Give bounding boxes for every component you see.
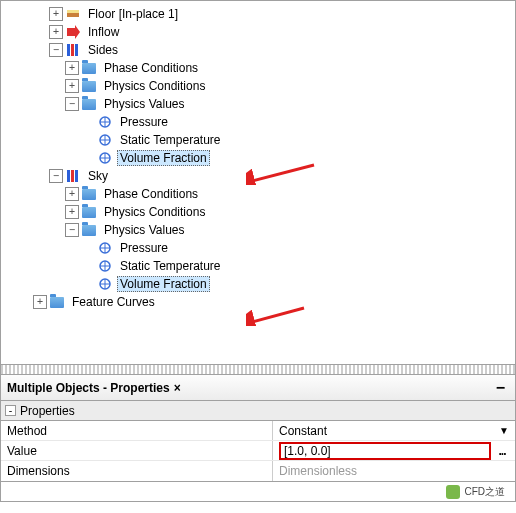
svg-rect-2	[67, 44, 70, 56]
tree-item-phase-cond[interactable]: + Phase Conditions	[1, 185, 515, 203]
folder-icon	[81, 222, 97, 238]
value-icon	[97, 258, 113, 274]
section-title: Properties	[20, 404, 75, 418]
expand-icon[interactable]: +	[65, 187, 79, 201]
property-row-value: Value [1.0, 0.0] ...	[1, 441, 515, 461]
property-label: Dimensions	[1, 461, 273, 481]
inflow-icon	[65, 24, 81, 40]
close-icon[interactable]: ×	[174, 381, 181, 395]
svg-rect-15	[71, 170, 74, 182]
tree-label: Sides	[85, 42, 121, 58]
boundary-icon	[65, 42, 81, 58]
tree-label: Volume Fraction	[117, 150, 210, 166]
wechat-icon	[446, 485, 460, 499]
floor-icon	[65, 6, 81, 22]
properties-grid: Method Constant ▼ Value [1.0, 0.0] ... D…	[0, 421, 516, 482]
collapse-icon[interactable]: −	[65, 97, 79, 111]
tree-item-volume-fraction[interactable]: Volume Fraction	[1, 149, 515, 167]
tree-panel: + Floor [In-place 1] + Inflow − Sides + …	[0, 0, 516, 365]
svg-rect-16	[75, 170, 78, 182]
tree-label: Phase Conditions	[101, 186, 201, 202]
properties-panel-header: Multiple Objects - Properties × −	[0, 375, 516, 401]
folder-icon	[81, 204, 97, 220]
tree-item-sides[interactable]: − Sides	[1, 41, 515, 59]
value-icon	[97, 132, 113, 148]
expand-icon[interactable]: +	[65, 61, 79, 75]
tree-item-physics-val[interactable]: − Physics Values	[1, 95, 515, 113]
svg-rect-14	[67, 170, 70, 182]
tree-label: Pressure	[117, 240, 171, 256]
value-icon	[97, 114, 113, 130]
value-input[interactable]: [1.0, 0.0]	[279, 442, 491, 460]
method-dropdown[interactable]: Constant ▼	[273, 421, 515, 440]
property-value: [1.0, 0.0]	[284, 444, 331, 458]
svg-rect-1	[67, 10, 79, 13]
folder-icon	[81, 186, 97, 202]
expand-icon[interactable]: +	[49, 7, 63, 21]
property-label: Value	[1, 441, 273, 460]
splitter-grip[interactable]	[0, 365, 516, 375]
tree-item-physics-cond[interactable]: + Physics Conditions	[1, 203, 515, 221]
tree-item-pressure[interactable]: Pressure	[1, 113, 515, 131]
tree-label: Physics Values	[101, 222, 187, 238]
tree-item-static-temp[interactable]: Static Temperature	[1, 257, 515, 275]
expand-icon[interactable]: +	[65, 205, 79, 219]
folder-icon	[49, 294, 65, 310]
tree-item-pressure[interactable]: Pressure	[1, 239, 515, 257]
tree-label: Volume Fraction	[117, 276, 210, 292]
tree-label: Static Temperature	[117, 258, 224, 274]
expand-icon[interactable]: +	[49, 25, 63, 39]
watermark: CFD之道	[0, 482, 516, 502]
collapse-icon[interactable]: −	[49, 169, 63, 183]
value-icon	[97, 150, 113, 166]
tree-label: Physics Conditions	[101, 204, 208, 220]
chevron-down-icon[interactable]: ▼	[499, 425, 509, 436]
value-icon	[97, 276, 113, 292]
ellipsis-button[interactable]: ...	[495, 444, 509, 458]
collapse-icon[interactable]: −	[65, 223, 79, 237]
watermark-text: CFD之道	[464, 485, 505, 499]
tree-label: Pressure	[117, 114, 171, 130]
tree-label: Phase Conditions	[101, 60, 201, 76]
boundary-icon	[65, 168, 81, 184]
tree-item-floor[interactable]: + Floor [In-place 1]	[1, 5, 515, 23]
tree-item-physics-cond[interactable]: + Physics Conditions	[1, 77, 515, 95]
value-icon	[97, 240, 113, 256]
collapse-icon[interactable]: -	[5, 405, 16, 416]
tree-label: Physics Values	[101, 96, 187, 112]
tree-label: Physics Conditions	[101, 78, 208, 94]
tree-item-phase-cond[interactable]: + Phase Conditions	[1, 59, 515, 77]
folder-icon	[81, 78, 97, 94]
tree-item-physics-val[interactable]: − Physics Values	[1, 221, 515, 239]
tree-item-feature-curves[interactable]: + Feature Curves	[1, 293, 515, 311]
svg-rect-3	[71, 44, 74, 56]
tree-label: Sky	[85, 168, 111, 184]
tree-label: Inflow	[85, 24, 122, 40]
tree-item-static-temp[interactable]: Static Temperature	[1, 131, 515, 149]
panel-title: Multiple Objects - Properties	[7, 381, 170, 395]
property-value: Constant	[279, 424, 327, 438]
tree-item-inflow[interactable]: + Inflow	[1, 23, 515, 41]
minimize-icon[interactable]: −	[492, 379, 509, 397]
tree-label: Static Temperature	[117, 132, 224, 148]
property-row-dimensions: Dimensions Dimensionless	[1, 461, 515, 481]
folder-icon	[81, 60, 97, 76]
tree-item-sky[interactable]: − Sky	[1, 167, 515, 185]
property-row-method: Method Constant ▼	[1, 421, 515, 441]
property-value: Dimensionless	[273, 461, 515, 481]
svg-rect-0	[67, 13, 79, 17]
svg-rect-4	[75, 44, 78, 56]
collapse-icon[interactable]: −	[49, 43, 63, 57]
expand-icon[interactable]: +	[65, 79, 79, 93]
properties-section-header[interactable]: - Properties	[0, 401, 516, 421]
tree-label: Feature Curves	[69, 294, 158, 310]
property-label: Method	[1, 421, 273, 440]
folder-icon	[81, 96, 97, 112]
expand-icon[interactable]: +	[33, 295, 47, 309]
tree-label: Floor [In-place 1]	[85, 6, 181, 22]
tree-item-volume-fraction[interactable]: Volume Fraction	[1, 275, 515, 293]
